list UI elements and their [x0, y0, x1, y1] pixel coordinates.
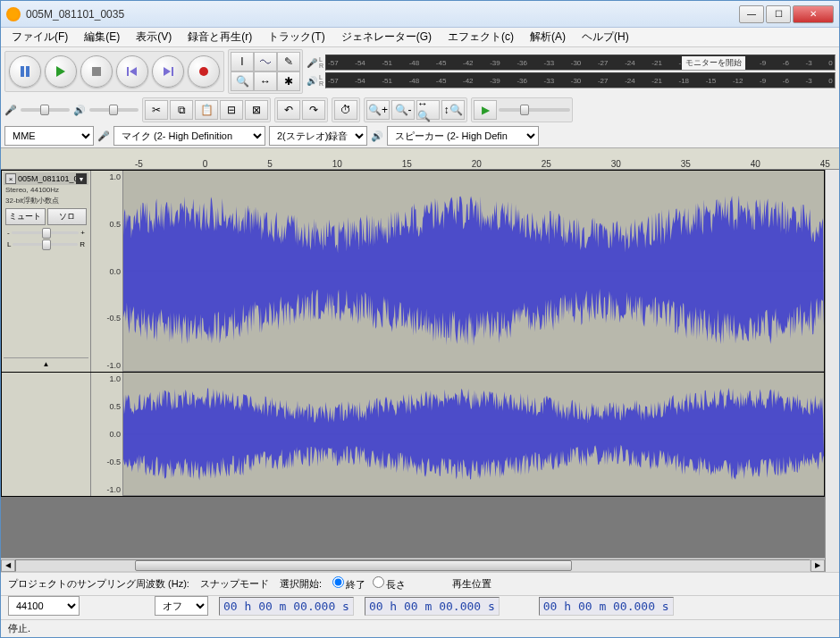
speed-slider[interactable]: [499, 108, 570, 112]
menu-track[interactable]: トラック(T): [261, 28, 332, 46]
pan-slider[interactable]: [13, 243, 78, 246]
mic-vol-icon: 🎤: [4, 105, 17, 116]
output-device-select[interactable]: スピーカー (2- High Defin: [387, 126, 539, 146]
skip-end-button[interactable]: [152, 55, 184, 88]
length-radio-label[interactable]: 長さ: [373, 576, 406, 592]
multi-tool[interactable]: ✱: [277, 71, 300, 91]
track-format: Stereo, 44100Hz: [4, 185, 88, 195]
fit-project-button[interactable]: ↕🔍: [441, 100, 465, 120]
project-rate-select[interactable]: 44100: [8, 596, 80, 616]
mic-icon: 🎤: [307, 58, 317, 68]
svg-rect-3: [92, 67, 101, 76]
menu-help[interactable]: ヘルプ(H): [575, 28, 636, 46]
speaker-device-icon: 🔊: [371, 130, 383, 142]
selection-end-input[interactable]: 00 h 00 m 00.000 s: [365, 597, 500, 616]
track-name[interactable]: 005M_081101_003: [16, 174, 76, 183]
redo-button[interactable]: ↷: [302, 100, 325, 120]
vertical-scale-left[interactable]: 1.0 0.5 0.0 -0.5 -1.0: [91, 171, 123, 372]
playback-volume-slider[interactable]: [89, 108, 139, 112]
play-position-label: 再生位置: [452, 577, 491, 591]
menu-file[interactable]: ファイル(F): [4, 28, 75, 46]
pause-button[interactable]: [9, 55, 41, 88]
host-select[interactable]: MME: [4, 126, 94, 146]
horizontal-scrollbar[interactable]: ◀ ▶: [1, 558, 825, 572]
menu-generate[interactable]: ジェネレーター(G): [334, 28, 439, 46]
cut-button[interactable]: ✂: [145, 100, 168, 120]
selection-start-input[interactable]: 00 h 00 m 00.000 s: [219, 597, 354, 616]
waveform-channel-right[interactable]: [123, 373, 824, 496]
undo-button[interactable]: ↶: [277, 100, 300, 120]
input-device-select[interactable]: マイク (2- High Definition: [113, 126, 265, 146]
timeline-ruler[interactable]: -5051015202530354045: [1, 148, 839, 170]
svg-rect-7: [172, 67, 173, 76]
track: × 005M_081101_003 ▼ Stereo, 44100Hz 32-b…: [1, 170, 825, 373]
recording-volume-slider[interactable]: [21, 108, 70, 112]
snap-select[interactable]: オフ: [155, 596, 208, 616]
length-radio[interactable]: [373, 576, 384, 588]
skip-start-button[interactable]: [116, 55, 148, 88]
play-button[interactable]: [45, 55, 77, 88]
svg-marker-6: [164, 67, 171, 76]
menu-edit[interactable]: 編集(E): [77, 28, 127, 46]
zoom-out-button[interactable]: 🔍-: [391, 100, 415, 120]
track-bit-depth: 32-bit浮動小数点: [4, 195, 88, 206]
play-at-speed-button[interactable]: ▶: [474, 100, 497, 120]
track-right-channel-row: 1.0 0.5 0.0 -0.5 -1.0: [1, 372, 825, 497]
record-button[interactable]: [188, 55, 220, 88]
silence-button[interactable]: ⊠: [245, 100, 268, 120]
paste-button[interactable]: 📋: [195, 100, 218, 120]
fit-selection-button[interactable]: ↔🔍: [416, 100, 440, 120]
scroll-right-button[interactable]: ▶: [811, 559, 825, 572]
scroll-left-button[interactable]: ◀: [1, 559, 15, 572]
recording-meter[interactable]: -57-54-51-48-45-42-39-36-33-30-27-24-21-…: [325, 55, 836, 71]
track-close-button[interactable]: ×: [5, 173, 16, 184]
menu-effect[interactable]: エフェクト(c): [441, 28, 521, 46]
svg-marker-5: [130, 67, 137, 76]
menu-record[interactable]: 録音と再生(r): [181, 28, 259, 46]
svg-marker-2: [56, 66, 65, 77]
close-button[interactable]: ✕: [793, 5, 834, 23]
menubar: ファイル(F) 編集(E) 表示(V) 録音と再生(r) トラック(T) ジェネ…: [1, 28, 839, 47]
minimize-button[interactable]: —: [739, 5, 764, 23]
gain-slider[interactable]: [12, 231, 80, 234]
envelope-tool[interactable]: [254, 52, 277, 71]
svg-rect-0: [21, 66, 24, 77]
speaker-vol-icon: 🔊: [73, 105, 86, 116]
statusbar: 停止.: [1, 619, 839, 637]
timeshift-tool[interactable]: ↔: [254, 71, 277, 91]
status-text: 停止.: [8, 622, 30, 635]
track-menu-button[interactable]: ▼: [76, 173, 87, 184]
snap-label: スナップモード: [200, 577, 269, 591]
maximize-button[interactable]: ☐: [766, 5, 791, 23]
window-title: 005M_081101_0035: [26, 8, 739, 21]
vertical-scrollbar[interactable]: [825, 170, 839, 572]
end-radio-label[interactable]: 終了: [332, 576, 365, 592]
speaker-icon: 🔊: [307, 76, 317, 86]
play-position-display[interactable]: 00 h 00 m 00.000 s: [539, 597, 674, 616]
svg-rect-1: [26, 66, 29, 77]
sync-lock-button[interactable]: ⏱: [334, 100, 357, 120]
zoom-tool[interactable]: 🔍: [231, 71, 254, 91]
zoom-in-button[interactable]: 🔍+: [366, 100, 390, 120]
selection-tool[interactable]: I: [231, 52, 254, 71]
tracks-area: × 005M_081101_003 ▼ Stereo, 44100Hz 32-b…: [1, 170, 825, 558]
track-collapse-button[interactable]: ▲: [4, 357, 88, 370]
end-radio[interactable]: [332, 576, 344, 588]
monitor-text[interactable]: モニターを開始: [682, 56, 745, 70]
solo-button[interactable]: ソロ: [47, 208, 88, 225]
svg-point-8: [199, 67, 208, 76]
draw-tool[interactable]: ✎: [277, 52, 300, 71]
app-icon: [6, 7, 21, 21]
track-control-panel: × 005M_081101_003 ▼ Stereo, 44100Hz 32-b…: [2, 171, 91, 372]
stop-button[interactable]: [80, 55, 113, 88]
vertical-scale-right[interactable]: 1.0 0.5 0.0 -0.5 -1.0: [91, 373, 123, 496]
mute-button[interactable]: ミュート: [5, 208, 46, 225]
menu-view[interactable]: 表示(V): [129, 28, 179, 46]
svg-rect-4: [127, 67, 129, 76]
channels-select[interactable]: 2(ステレオ)録音: [269, 126, 367, 146]
trim-button[interactable]: ⊟: [220, 100, 243, 120]
playback-meter[interactable]: -57-54-51-48-45-42-39-36-33-30-27-24-21-…: [325, 72, 836, 88]
menu-analyze[interactable]: 解析(A): [523, 28, 573, 46]
copy-button[interactable]: ⧉: [170, 100, 193, 120]
waveform-channel-left[interactable]: [123, 171, 824, 372]
